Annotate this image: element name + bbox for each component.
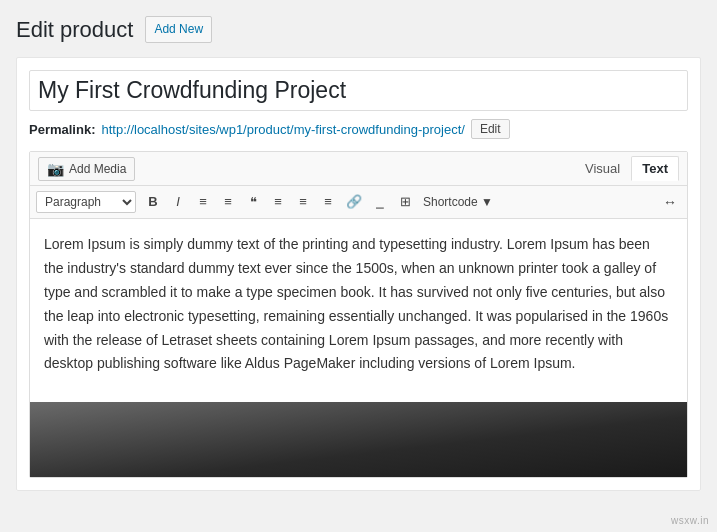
more-formats-button[interactable]: ⊞ xyxy=(393,190,417,214)
align-right-button[interactable]: ≡ xyxy=(316,190,340,214)
editor-content[interactable]: Lorem Ipsum is simply dummy text of the … xyxy=(30,219,687,402)
permalink-edit-button[interactable]: Edit xyxy=(471,119,510,139)
editor-top-bar: 📷 Add Media Visual Text xyxy=(30,152,687,186)
bold-button[interactable]: B xyxy=(141,190,165,214)
expand-editor-button[interactable]: ↔ xyxy=(659,192,681,212)
editor-wrapper: 📷 Add Media Visual Text Paragraph Headin… xyxy=(29,151,688,478)
content-area: Permalink: http://localhost/sites/wp1/pr… xyxy=(16,57,701,491)
editor-paragraph: Lorem Ipsum is simply dummy text of the … xyxy=(44,233,673,376)
blockquote-button[interactable]: ❝ xyxy=(241,190,265,214)
image-preview xyxy=(30,402,687,477)
permalink-row: Permalink: http://localhost/sites/wp1/pr… xyxy=(29,119,688,139)
add-media-label: Add Media xyxy=(69,162,126,176)
paragraph-select[interactable]: Paragraph Heading 1 Heading 2 Heading 3 … xyxy=(36,191,136,213)
align-center-button[interactable]: ≡ xyxy=(291,190,315,214)
page-wrapper: Edit product Add New Permalink: http://l… xyxy=(0,0,717,491)
tab-text[interactable]: Text xyxy=(631,156,679,181)
editor-toolbar: Paragraph Heading 1 Heading 2 Heading 3 … xyxy=(30,186,687,219)
link-button[interactable]: 🔗 xyxy=(341,190,367,214)
unordered-list-button[interactable]: ≡ xyxy=(191,190,215,214)
shortcode-button[interactable]: Shortcode ▼ xyxy=(418,192,498,212)
italic-button[interactable]: I xyxy=(166,190,190,214)
add-media-icon: 📷 xyxy=(47,161,64,177)
tab-visual[interactable]: Visual xyxy=(574,156,631,181)
permalink-label: Permalink: xyxy=(29,122,95,137)
add-media-button[interactable]: 📷 Add Media xyxy=(38,157,135,181)
view-tabs: Visual Text xyxy=(574,156,679,181)
page-header: Edit product Add New xyxy=(16,16,701,43)
product-title-input[interactable] xyxy=(29,70,688,111)
page-title: Edit product xyxy=(16,17,133,43)
align-left-button[interactable]: ≡ xyxy=(266,190,290,214)
ordered-list-button[interactable]: ≡ xyxy=(216,190,240,214)
horizontal-rule-button[interactable]: ⎯ xyxy=(368,190,392,214)
add-new-button[interactable]: Add New xyxy=(145,16,212,43)
permalink-url[interactable]: http://localhost/sites/wp1/product/my-fi… xyxy=(101,122,464,137)
